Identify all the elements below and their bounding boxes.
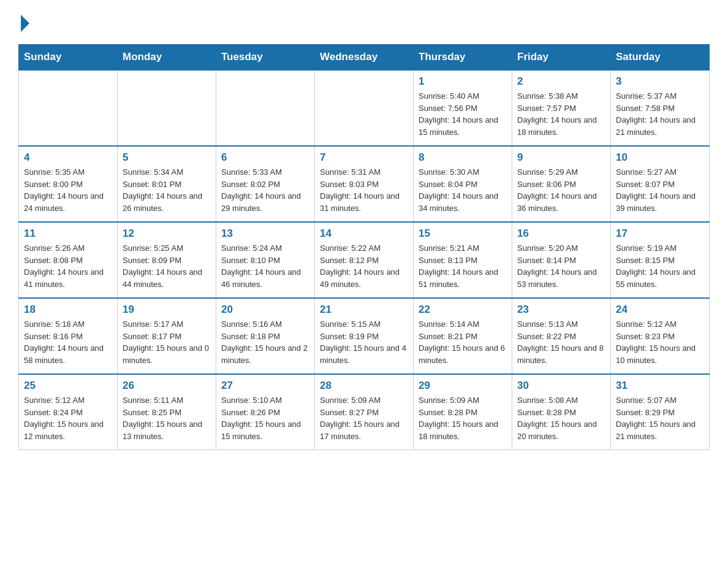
day-number: 3: [616, 75, 704, 88]
day-info: Sunrise: 5:09 AM Sunset: 8:28 PM Dayligh…: [419, 394, 507, 442]
day-info: Sunrise: 5:20 AM Sunset: 8:14 PM Dayligh…: [517, 242, 605, 290]
day-number: 17: [616, 228, 704, 240]
day-number: 23: [517, 304, 605, 316]
calendar-cell: 3Sunrise: 5:37 AM Sunset: 7:58 PM Daylig…: [611, 70, 710, 146]
calendar-cell: 19Sunrise: 5:17 AM Sunset: 8:17 PM Dayli…: [118, 298, 216, 374]
day-info: Sunrise: 5:34 AM Sunset: 8:01 PM Dayligh…: [123, 166, 211, 214]
day-info: Sunrise: 5:15 AM Sunset: 8:19 PM Dayligh…: [320, 318, 408, 366]
calendar-cell: 8Sunrise: 5:30 AM Sunset: 8:04 PM Daylig…: [414, 146, 512, 222]
calendar-cell: 1Sunrise: 5:40 AM Sunset: 7:56 PM Daylig…: [414, 70, 512, 146]
calendar-cell: 26Sunrise: 5:11 AM Sunset: 8:25 PM Dayli…: [118, 374, 216, 450]
day-number: 26: [123, 380, 211, 392]
day-info: Sunrise: 5:22 AM Sunset: 8:12 PM Dayligh…: [320, 242, 408, 290]
week-row-2: 4Sunrise: 5:35 AM Sunset: 8:00 PM Daylig…: [19, 146, 710, 222]
day-number: 7: [320, 151, 408, 164]
day-number: 1: [419, 75, 507, 88]
day-info: Sunrise: 5:33 AM Sunset: 8:02 PM Dayligh…: [221, 166, 309, 214]
calendar-cell: 29Sunrise: 5:09 AM Sunset: 8:28 PM Dayli…: [414, 374, 512, 450]
page-header: [18, 12, 710, 32]
logo-arrow-icon: [21, 15, 29, 32]
day-info: Sunrise: 5:38 AM Sunset: 7:57 PM Dayligh…: [517, 90, 605, 138]
day-number: 27: [221, 380, 309, 392]
weekday-header-row: SundayMondayTuesdayWednesdayThursdayFrid…: [19, 45, 710, 71]
day-number: 5: [123, 151, 211, 164]
day-info: Sunrise: 5:18 AM Sunset: 8:16 PM Dayligh…: [24, 318, 112, 366]
day-number: 8: [419, 151, 507, 164]
day-info: Sunrise: 5:13 AM Sunset: 8:22 PM Dayligh…: [517, 318, 605, 366]
calendar-cell: 20Sunrise: 5:16 AM Sunset: 8:18 PM Dayli…: [216, 298, 315, 374]
week-row-5: 25Sunrise: 5:12 AM Sunset: 8:24 PM Dayli…: [19, 374, 710, 450]
day-info: Sunrise: 5:09 AM Sunset: 8:27 PM Dayligh…: [320, 394, 408, 442]
day-info: Sunrise: 5:40 AM Sunset: 7:56 PM Dayligh…: [419, 90, 507, 138]
calendar-cell: 5Sunrise: 5:34 AM Sunset: 8:01 PM Daylig…: [118, 146, 216, 222]
day-info: Sunrise: 5:11 AM Sunset: 8:25 PM Dayligh…: [123, 394, 211, 442]
calendar-cell: 11Sunrise: 5:26 AM Sunset: 8:08 PM Dayli…: [19, 222, 118, 298]
calendar-cell: 9Sunrise: 5:29 AM Sunset: 8:06 PM Daylig…: [512, 146, 611, 222]
week-row-1: 1Sunrise: 5:40 AM Sunset: 7:56 PM Daylig…: [19, 70, 710, 146]
day-number: 2: [517, 75, 605, 88]
calendar-cell: [315, 70, 414, 146]
day-info: Sunrise: 5:14 AM Sunset: 8:21 PM Dayligh…: [419, 318, 507, 366]
day-number: 11: [24, 228, 112, 240]
day-info: Sunrise: 5:12 AM Sunset: 8:23 PM Dayligh…: [616, 318, 704, 366]
calendar-cell: [19, 70, 118, 146]
day-number: 25: [24, 380, 112, 392]
day-number: 16: [517, 228, 605, 240]
day-info: Sunrise: 5:37 AM Sunset: 7:58 PM Dayligh…: [616, 90, 704, 138]
calendar-cell: 2Sunrise: 5:38 AM Sunset: 7:57 PM Daylig…: [512, 70, 611, 146]
weekday-header-monday: Monday: [118, 45, 216, 71]
weekday-header-tuesday: Tuesday: [216, 45, 315, 71]
day-number: 22: [419, 304, 507, 316]
day-number: 13: [221, 228, 309, 240]
weekday-header-saturday: Saturday: [611, 45, 710, 71]
day-info: Sunrise: 5:24 AM Sunset: 8:10 PM Dayligh…: [221, 242, 309, 290]
calendar-cell: 15Sunrise: 5:21 AM Sunset: 8:13 PM Dayli…: [414, 222, 512, 298]
day-number: 14: [320, 228, 408, 240]
day-info: Sunrise: 5:27 AM Sunset: 8:07 PM Dayligh…: [616, 166, 704, 214]
week-row-3: 11Sunrise: 5:26 AM Sunset: 8:08 PM Dayli…: [19, 222, 710, 298]
day-info: Sunrise: 5:12 AM Sunset: 8:24 PM Dayligh…: [24, 394, 112, 442]
day-number: 29: [419, 380, 507, 392]
calendar-cell: 27Sunrise: 5:10 AM Sunset: 8:26 PM Dayli…: [216, 374, 315, 450]
calendar-cell: 12Sunrise: 5:25 AM Sunset: 8:09 PM Dayli…: [118, 222, 216, 298]
day-number: 10: [616, 151, 704, 164]
calendar-cell: 24Sunrise: 5:12 AM Sunset: 8:23 PM Dayli…: [611, 298, 710, 374]
calendar-cell: 10Sunrise: 5:27 AM Sunset: 8:07 PM Dayli…: [611, 146, 710, 222]
day-number: 21: [320, 304, 408, 316]
weekday-header-sunday: Sunday: [19, 45, 118, 71]
calendar-cell: 4Sunrise: 5:35 AM Sunset: 8:00 PM Daylig…: [19, 146, 118, 222]
calendar-table: SundayMondayTuesdayWednesdayThursdayFrid…: [18, 44, 710, 450]
calendar-cell: 6Sunrise: 5:33 AM Sunset: 8:02 PM Daylig…: [216, 146, 315, 222]
calendar-cell: 30Sunrise: 5:08 AM Sunset: 8:28 PM Dayli…: [512, 374, 611, 450]
day-number: 19: [123, 304, 211, 316]
calendar-cell: [118, 70, 216, 146]
day-info: Sunrise: 5:35 AM Sunset: 8:00 PM Dayligh…: [24, 166, 112, 214]
logo: [18, 12, 29, 32]
day-info: Sunrise: 5:16 AM Sunset: 8:18 PM Dayligh…: [221, 318, 309, 366]
calendar-cell: 14Sunrise: 5:22 AM Sunset: 8:12 PM Dayli…: [315, 222, 414, 298]
calendar-cell: 22Sunrise: 5:14 AM Sunset: 8:21 PM Dayli…: [414, 298, 512, 374]
day-info: Sunrise: 5:21 AM Sunset: 8:13 PM Dayligh…: [419, 242, 507, 290]
day-number: 28: [320, 380, 408, 392]
calendar-cell: 13Sunrise: 5:24 AM Sunset: 8:10 PM Dayli…: [216, 222, 315, 298]
day-info: Sunrise: 5:17 AM Sunset: 8:17 PM Dayligh…: [123, 318, 211, 366]
day-number: 15: [419, 228, 507, 240]
calendar-cell: 7Sunrise: 5:31 AM Sunset: 8:03 PM Daylig…: [315, 146, 414, 222]
day-info: Sunrise: 5:25 AM Sunset: 8:09 PM Dayligh…: [123, 242, 211, 290]
day-number: 12: [123, 228, 211, 240]
weekday-header-thursday: Thursday: [414, 45, 512, 71]
day-info: Sunrise: 5:29 AM Sunset: 8:06 PM Dayligh…: [517, 166, 605, 214]
calendar-cell: 23Sunrise: 5:13 AM Sunset: 8:22 PM Dayli…: [512, 298, 611, 374]
calendar-cell: 28Sunrise: 5:09 AM Sunset: 8:27 PM Dayli…: [315, 374, 414, 450]
calendar-cell: 25Sunrise: 5:12 AM Sunset: 8:24 PM Dayli…: [19, 374, 118, 450]
calendar-cell: 18Sunrise: 5:18 AM Sunset: 8:16 PM Dayli…: [19, 298, 118, 374]
weekday-header-wednesday: Wednesday: [315, 45, 414, 71]
day-info: Sunrise: 5:08 AM Sunset: 8:28 PM Dayligh…: [517, 394, 605, 442]
day-info: Sunrise: 5:26 AM Sunset: 8:08 PM Dayligh…: [24, 242, 112, 290]
calendar-cell: [216, 70, 315, 146]
day-info: Sunrise: 5:31 AM Sunset: 8:03 PM Dayligh…: [320, 166, 408, 214]
day-number: 4: [24, 151, 112, 164]
day-info: Sunrise: 5:07 AM Sunset: 8:29 PM Dayligh…: [616, 394, 704, 442]
calendar-cell: 31Sunrise: 5:07 AM Sunset: 8:29 PM Dayli…: [611, 374, 710, 450]
week-row-4: 18Sunrise: 5:18 AM Sunset: 8:16 PM Dayli…: [19, 298, 710, 374]
